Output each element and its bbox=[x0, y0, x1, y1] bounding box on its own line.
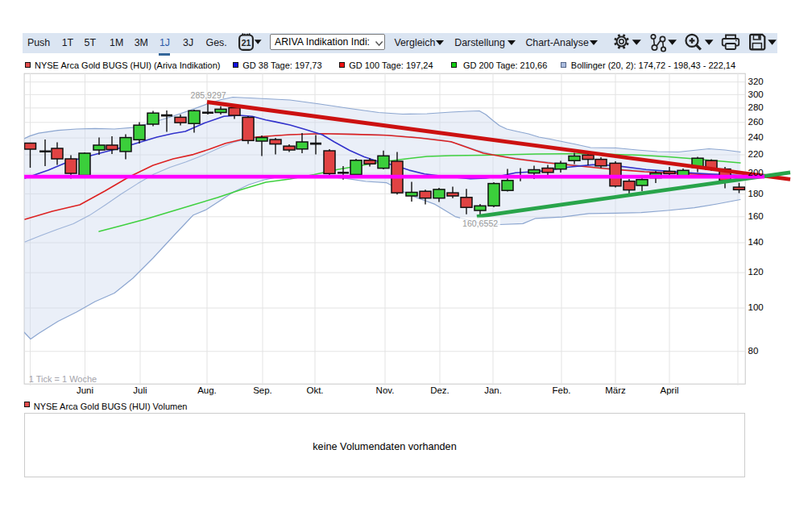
svg-text:1 Tick = 1 Woche: 1 Tick = 1 Woche bbox=[29, 374, 97, 384]
svg-text:285,9297: 285,9297 bbox=[191, 90, 226, 100]
svg-text:160,6552: 160,6552 bbox=[462, 219, 498, 228]
